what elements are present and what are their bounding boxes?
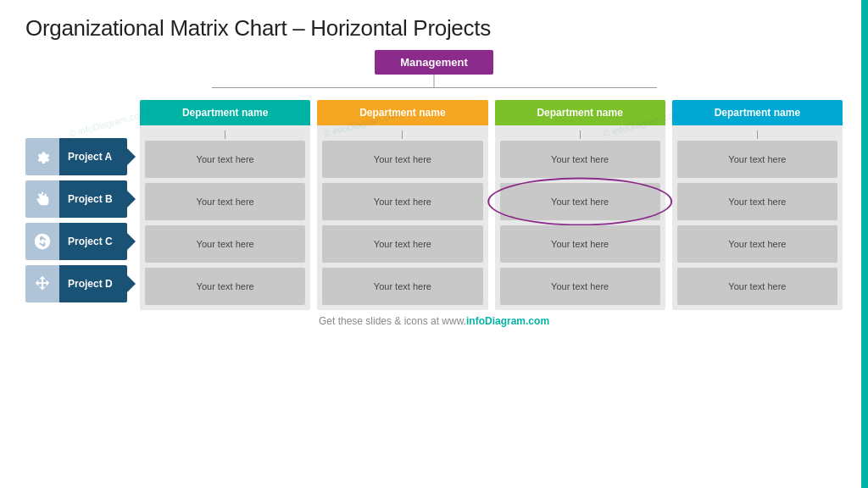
project-row-c: Project C — [25, 223, 136, 260]
chart-area: Management Project A — [25, 50, 843, 480]
dollar-icon — [33, 232, 52, 251]
main-grid: Project A Project B — [25, 100, 843, 310]
project-b-arrow — [127, 191, 136, 208]
page: Organizational Matrix Chart – Horizontal… — [0, 0, 868, 488]
dept-col-1: Department name Your text here Your text… — [140, 100, 310, 310]
dept-3-cells: Your text here Your text here Your text … — [495, 141, 665, 305]
cell-2-2[interactable]: Your text here — [322, 225, 482, 263]
project-a-label: Project A — [59, 138, 127, 175]
page-title: Organizational Matrix Chart – Horizontal… — [25, 15, 843, 42]
departments-area: Department name Your text here Your text… — [140, 100, 843, 310]
project-b-icon — [25, 180, 59, 218]
dept-header-1: Department name — [140, 100, 310, 125]
project-row-d: Project D — [25, 265, 136, 302]
cell-4-3[interactable]: Your text here — [677, 268, 837, 305]
cell-4-0[interactable]: Your text here — [677, 141, 837, 178]
project-c-icon — [25, 223, 59, 260]
project-a-icon — [25, 138, 59, 175]
dept-col-4: Department name Your text here Your text… — [672, 100, 843, 310]
cell-1-1[interactable]: Your text here — [145, 183, 305, 220]
right-accent-bar — [861, 0, 868, 488]
cell-2-3[interactable]: Your text here — [322, 268, 482, 305]
project-row-a: Project A — [25, 138, 136, 175]
project-row-b: Project B — [25, 180, 136, 218]
dept-header-4: Department name — [672, 100, 843, 125]
cell-3-1-highlighted[interactable]: Your text here — [500, 183, 660, 220]
footer-brand: infoDiagram.com — [466, 315, 549, 327]
dept-1-cells: Your text here Your text here Your text … — [140, 141, 310, 305]
gear-icon — [33, 147, 52, 166]
project-d-icon — [25, 265, 59, 302]
dept-2-connector — [402, 130, 403, 139]
dept-4-connector — [757, 130, 758, 139]
projects-column: Project A Project B — [25, 100, 136, 302]
cell-1-0[interactable]: Your text here — [145, 141, 305, 178]
footer-text: Get these slides & icons at www. — [319, 315, 466, 327]
dept-header-3: Department name — [495, 100, 665, 125]
cell-2-1[interactable]: Your text here — [322, 183, 482, 220]
dept-1-connector — [225, 130, 225, 139]
cell-1-2[interactable]: Your text here — [145, 225, 305, 263]
connector-top — [137, 75, 731, 100]
project-c-label: Project C — [59, 223, 127, 260]
management-row: Management — [375, 50, 492, 75]
cell-4-2[interactable]: Your text here — [677, 225, 837, 263]
cell-3-2[interactable]: Your text here — [500, 225, 660, 263]
arrows-icon — [33, 274, 52, 293]
cell-4-1[interactable]: Your text here — [677, 183, 837, 220]
dept-2-cells: Your text here Your text here Your text … — [317, 141, 487, 305]
cell-3-3[interactable]: Your text here — [500, 268, 660, 305]
dept-4-cells: Your text here Your text here Your text … — [672, 141, 843, 305]
project-d-arrow — [127, 275, 136, 292]
cell-1-3[interactable]: Your text here — [145, 268, 305, 305]
project-b-label: Project B — [59, 180, 127, 218]
project-a-arrow — [127, 148, 136, 165]
management-box: Management — [375, 50, 492, 75]
cell-2-0[interactable]: Your text here — [322, 141, 482, 178]
dept-header-2: Department name — [317, 100, 487, 125]
project-c-arrow — [127, 233, 136, 250]
project-d-label: Project D — [59, 265, 127, 302]
dept-col-2: Department name Your text here Your text… — [317, 100, 487, 310]
dept-3-connector — [580, 130, 581, 139]
footer: Get these slides & icons at www.infoDiag… — [319, 315, 549, 327]
hand-icon — [33, 190, 52, 208]
dept-col-3: Department name Your text here Your text… — [495, 100, 665, 310]
cell-3-0[interactable]: Your text here — [500, 141, 660, 178]
